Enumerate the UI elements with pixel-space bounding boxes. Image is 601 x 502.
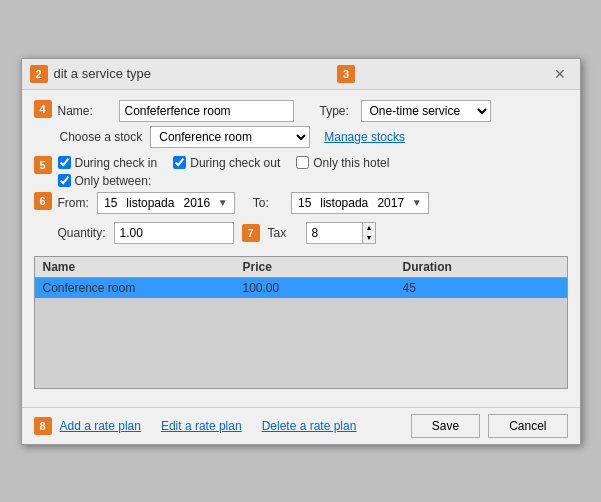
to-year-input[interactable] bbox=[375, 196, 407, 210]
only-this-hotel-checkbox[interactable] bbox=[296, 156, 309, 169]
to-date-group: ▼ bbox=[291, 192, 429, 214]
type-label: Type: bbox=[320, 104, 355, 118]
name-type-row: Name: Type: One-time service bbox=[58, 100, 568, 122]
during-checkin-checkbox[interactable] bbox=[58, 156, 71, 169]
during-checkout-group: During check out bbox=[173, 156, 280, 170]
only-between-group: Only between: bbox=[58, 174, 568, 188]
to-date-picker-btn[interactable]: ▼ bbox=[410, 197, 424, 208]
col-header-duration: Duration bbox=[395, 257, 567, 277]
stock-select[interactable]: Conference room bbox=[150, 126, 310, 148]
table-row[interactable]: Conference room 100.00 45 bbox=[35, 278, 567, 298]
only-this-hotel-group: Only this hotel bbox=[296, 156, 389, 170]
close-button[interactable]: ✕ bbox=[548, 65, 572, 83]
tax-spin-down[interactable]: ▼ bbox=[363, 233, 376, 243]
row-name: Conference room bbox=[35, 278, 235, 298]
from-month-input[interactable] bbox=[123, 196, 178, 210]
col-header-name: Name bbox=[35, 257, 235, 277]
tax-spin-up[interactable]: ▲ bbox=[363, 223, 376, 233]
checkboxes-section: 5 During check in During check out Only … bbox=[34, 156, 568, 188]
from-label: From: bbox=[58, 196, 89, 210]
edit-service-dialog: 2 dit a service type 3 ✕ 4 Name: Type: O… bbox=[21, 58, 581, 445]
dates-content: From: ▼ To: ▼ bbox=[58, 192, 568, 252]
badge-2: 2 bbox=[30, 65, 48, 83]
only-between-label: Only between: bbox=[75, 174, 152, 188]
badge-4: 4 bbox=[34, 100, 52, 118]
to-label: To: bbox=[253, 196, 283, 210]
only-this-hotel-label: Only this hotel bbox=[313, 156, 389, 170]
from-date-group: ▼ bbox=[97, 192, 235, 214]
only-between-checkbox[interactable] bbox=[58, 174, 71, 187]
from-day-input[interactable] bbox=[102, 196, 120, 210]
from-to-row: From: ▼ To: ▼ bbox=[58, 192, 568, 214]
tax-label: Tax bbox=[268, 226, 298, 240]
quantity-input[interactable] bbox=[114, 222, 234, 244]
title-bar: 2 dit a service type 3 ✕ bbox=[22, 59, 580, 90]
checkboxes-row1: During check in During check out Only th… bbox=[58, 156, 568, 170]
stock-label: Choose a stock bbox=[60, 130, 143, 144]
cancel-button[interactable]: Cancel bbox=[488, 414, 567, 438]
checkboxes-content: During check in During check out Only th… bbox=[58, 156, 568, 188]
rate-plan-table: Name Price Duration Conference room 100.… bbox=[34, 256, 568, 389]
during-checkout-label: During check out bbox=[190, 156, 280, 170]
badge-7: 7 bbox=[242, 224, 260, 242]
manage-stocks-link[interactable]: Manage stocks bbox=[324, 130, 405, 144]
name-type-section: 4 Name: Type: One-time service bbox=[34, 100, 568, 122]
tax-spinner: ▲ ▼ bbox=[362, 223, 376, 243]
badge-8: 8 bbox=[34, 417, 52, 435]
dates-section: 6 From: ▼ To: bbox=[34, 192, 568, 252]
row-price: 100.00 bbox=[235, 278, 395, 298]
add-rate-plan-link[interactable]: Add a rate plan bbox=[60, 419, 141, 433]
table-body: Conference room 100.00 45 bbox=[35, 278, 567, 388]
during-checkout-checkbox[interactable] bbox=[173, 156, 186, 169]
name-input[interactable] bbox=[119, 100, 294, 122]
during-checkin-group: During check in bbox=[58, 156, 158, 170]
name-type-content: Name: Type: One-time service bbox=[58, 100, 568, 122]
from-date-picker-btn[interactable]: ▼ bbox=[216, 197, 230, 208]
tax-input-group: ▲ ▼ bbox=[306, 222, 377, 244]
to-day-input[interactable] bbox=[296, 196, 314, 210]
table-header: Name Price Duration bbox=[35, 257, 567, 278]
during-checkin-label: During check in bbox=[75, 156, 158, 170]
dialog-body: 4 Name: Type: One-time service 4 Choose … bbox=[22, 90, 580, 407]
name-label: Name: bbox=[58, 104, 113, 118]
delete-rate-plan-link[interactable]: Delete a rate plan bbox=[262, 419, 357, 433]
badge-3: 3 bbox=[337, 65, 355, 83]
badge-6: 6 bbox=[34, 192, 52, 210]
row-duration: 45 bbox=[395, 278, 567, 298]
dialog-title: dit a service type bbox=[54, 66, 152, 81]
stock-row: 4 Choose a stock Conference room Manage … bbox=[34, 126, 568, 148]
col-header-price: Price bbox=[235, 257, 395, 277]
save-button[interactable]: Save bbox=[411, 414, 480, 438]
tax-input[interactable] bbox=[307, 223, 362, 243]
badge-5: 5 bbox=[34, 156, 52, 174]
title-bar-left: 2 dit a service type 3 bbox=[30, 65, 356, 83]
qty-tax-row: Quantity: 7 Tax ▲ ▼ bbox=[58, 222, 568, 244]
quantity-label: Quantity: bbox=[58, 226, 106, 240]
to-month-input[interactable] bbox=[317, 196, 372, 210]
footer: 8 Add a rate plan Edit a rate plan Delet… bbox=[22, 407, 580, 444]
from-year-input[interactable] bbox=[181, 196, 213, 210]
edit-rate-plan-link[interactable]: Edit a rate plan bbox=[161, 419, 242, 433]
type-select[interactable]: One-time service bbox=[361, 100, 491, 122]
footer-buttons: Save Cancel bbox=[411, 414, 568, 438]
